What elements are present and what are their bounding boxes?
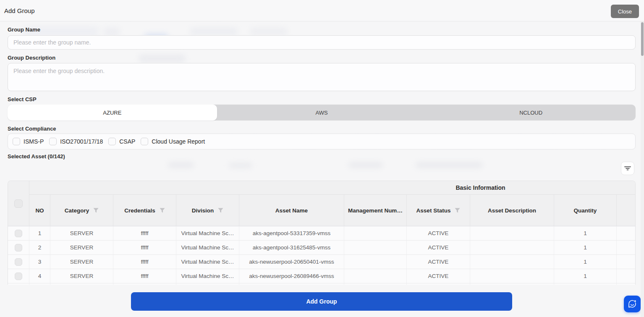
compliance-option-cloud-usage-report[interactable]: Cloud Usage Report [141, 138, 205, 145]
cell-empty [617, 269, 635, 283]
funnel-icon[interactable] [455, 208, 460, 213]
group-name-label: Group Name [8, 26, 40, 33]
select-all-cell [8, 181, 29, 226]
funnel-icon[interactable] [218, 208, 223, 213]
select-all-checkbox[interactable] [14, 199, 23, 208]
group-name-input[interactable] [8, 35, 636, 50]
funnel-icon[interactable] [93, 208, 99, 213]
checkbox-icon[interactable] [49, 138, 57, 145]
table-filter-button[interactable] [621, 162, 634, 175]
cell-empty [554, 283, 617, 285]
ghost-blur [168, 162, 194, 168]
cell-empty [344, 283, 407, 285]
column-header-asset-description[interactable]: Asset Description [470, 195, 554, 226]
cell-empty [407, 283, 470, 285]
cell-division: Virtual Machine Sc… [176, 226, 239, 241]
row-checkbox-cell [8, 269, 29, 283]
ghost-blur [229, 163, 252, 168]
cell-empty [29, 283, 50, 285]
scrollbar-track[interactable] [641, 21, 644, 317]
row-checkbox[interactable] [15, 230, 22, 237]
cell-empty [617, 283, 635, 285]
checkbox-icon[interactable] [108, 138, 116, 145]
csp-segment-ncloud[interactable]: NCLOUD [426, 105, 636, 121]
row-checkbox[interactable] [15, 272, 22, 280]
checkbox-icon[interactable] [13, 138, 20, 145]
compliance-option-label: ISO27001/17/18 [60, 138, 103, 145]
column-header-division[interactable]: Division [176, 195, 239, 226]
cell-empty [617, 255, 635, 269]
row-checkbox-cell [8, 283, 29, 285]
ai-chat-button[interactable] [624, 296, 641, 312]
cell-empty [50, 283, 113, 285]
ghost-blur [250, 28, 288, 35]
cell-credentials: fffff [113, 255, 176, 269]
modal-titlebar: Add Group Close [0, 0, 644, 21]
column-label: NO [35, 207, 44, 214]
cell-management-number [344, 226, 407, 241]
group-description-textarea[interactable] [8, 63, 636, 91]
cell-quantity: 1 [554, 269, 617, 283]
group-header-basic-information: Basic Information [344, 181, 617, 195]
cell-asset-description [470, 241, 554, 255]
scrollbar-thumb[interactable] [641, 22, 644, 56]
cell-empty [617, 226, 635, 241]
cell-category: SERVER [50, 241, 113, 255]
cell-no: 1 [29, 226, 50, 241]
checkbox-icon[interactable] [141, 138, 148, 145]
cell-management-number [344, 241, 407, 255]
cell-no: 4 [29, 269, 50, 283]
column-label: Asset Description [488, 207, 536, 214]
cell-division: Virtual Machine Sc… [176, 241, 239, 255]
csp-segment-aws[interactable]: AWS [217, 105, 427, 121]
csp-label: Select CSP [8, 96, 37, 102]
cell-empty [617, 241, 635, 255]
close-button[interactable]: Close [611, 5, 639, 18]
row-checkbox[interactable] [15, 244, 22, 252]
cell-category: SERVER [50, 226, 113, 241]
group-description-label: Group Description [8, 55, 55, 61]
column-header-quantity[interactable]: Quantity [554, 195, 617, 226]
column-header-management-number[interactable]: Management Num… [344, 195, 407, 226]
cell-asset-status: ACTIVE [407, 269, 470, 283]
column-label: Category [65, 207, 89, 214]
cell-asset-name: aks-agentpool-53317359-vmss [239, 226, 344, 241]
cell-credentials: fffff [113, 269, 176, 283]
column-label: Quantity [574, 207, 597, 214]
cell-asset-description [470, 269, 554, 283]
funnel-icon[interactable] [160, 208, 165, 213]
csp-segment-azure[interactable]: AZURE [8, 105, 217, 121]
compliance-option-csap[interactable]: CSAP [108, 138, 135, 145]
column-header-asset-name[interactable]: Asset Name [239, 195, 344, 226]
compliance-option-iso27001[interactable]: ISO27001/17/18 [49, 138, 103, 145]
selected-asset-count: Selected Asset (0/142) [8, 153, 65, 160]
cell-category: SERVER [50, 269, 113, 283]
cell-quantity: 1 [554, 255, 617, 269]
column-label: Division [192, 207, 214, 214]
column-header-empty [617, 195, 635, 226]
cell-asset-status: ACTIVE [407, 226, 470, 241]
row-checkbox[interactable] [15, 258, 22, 266]
cell-credentials: fffff [113, 241, 176, 255]
compliance-options: ISMS-P ISO27001/17/18 CSAP Cloud Usage R… [8, 134, 636, 149]
cell-no: 2 [29, 241, 50, 255]
column-header-asset-status[interactable]: Asset Status [407, 195, 470, 226]
compliance-option-isms-p[interactable]: ISMS-P [13, 138, 44, 145]
row-checkbox-cell [8, 241, 29, 255]
asset-table: Basic Information NO Category Credential… [8, 181, 636, 285]
cell-empty [113, 283, 176, 285]
cell-empty [239, 283, 344, 285]
ghost-blur [348, 162, 383, 168]
compliance-option-label: Cloud Usage Report [152, 138, 205, 145]
add-group-button[interactable]: Add Group [131, 292, 512, 311]
cell-asset-description [470, 226, 554, 241]
cell-division: Virtual Machine Sc… [176, 255, 239, 269]
compliance-option-label: CSAP [119, 138, 135, 145]
cell-credentials: fffff [113, 226, 176, 241]
column-header-category[interactable]: Category [50, 195, 113, 226]
ghost-blur [139, 55, 186, 63]
cell-asset-name: aks-newuserpool-26089466-vmss [239, 269, 344, 283]
column-header-no[interactable]: NO [29, 195, 50, 226]
ghost-blur [416, 162, 483, 168]
column-header-credentials[interactable]: Credentials [113, 195, 176, 226]
